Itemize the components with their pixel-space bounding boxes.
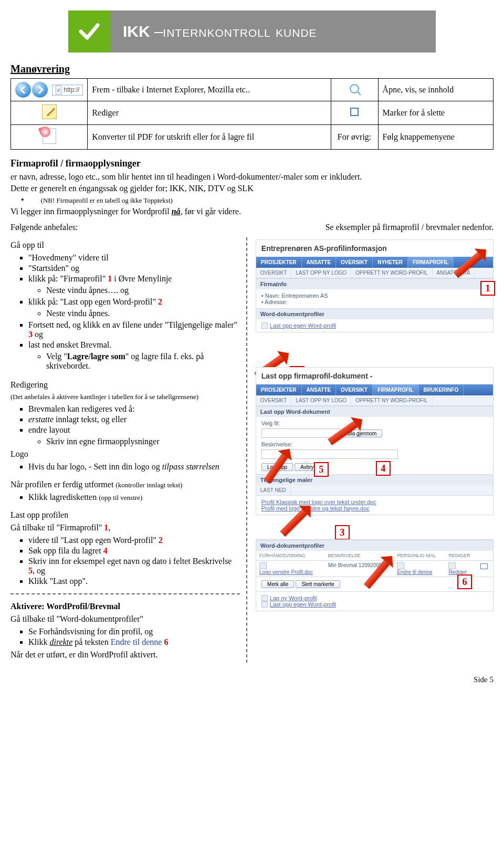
banner-text: internkontroll kunde [163,23,317,40]
lastopp-li4: Klikk "Last opp". [28,577,240,586]
red-li2: erstatte innlagt tekst, og eller [28,415,240,424]
badge-1: 1 [480,281,495,296]
akt-li2a: Klikk [28,637,49,646]
red-li2b: innlagt tekst, og eller [54,415,127,424]
red-li3: endre layout Skriv inn egne firmaopplysn… [28,425,240,446]
li5-red: 3 [28,330,33,339]
left-column: Gå opp til "Hovedmeny" videre til "Start… [10,237,247,663]
redigering-hdr: Redigering [10,380,240,390]
ss2-tabs: PROSJEKTER ANSATTE OVERSIKT FIRMAPROFIL … [256,384,493,395]
li-hovedmeny: "Hovedmeny" videre til [28,253,240,263]
li5a: Fortsett ned, og klikk en av filene unde… [28,320,237,329]
checkbox-cell [331,101,378,125]
lastopp-li3b: , og [33,566,45,575]
ferdig-lia: Klikk lagredisketten [28,493,99,501]
red-li1: Brevmalen kan redigeres ved å: [28,404,240,414]
ss2-tab-firmaprofil[interactable]: FIRMAPROFIL [373,384,418,395]
ss3-link2[interactable]: Last opp egen Word-profil [270,601,336,608]
aktivere-hdr: Aktivere: WordProfil/Brevmal [10,602,240,611]
ss2-label-beskrivelse: Beskrivelse: [261,441,488,447]
lastopp-li2: Søk opp fila du lagret 4 [28,546,240,556]
ss1-sub-opprett[interactable]: OPPRETT NY WORD-PROFIL [351,268,432,278]
red-li3-sub: Skriv inn egne firmaopplysninger [46,437,240,446]
lastopp-li1a: videre til "Last opp egen Word-profil" [28,536,159,545]
ss1-links: Last opp egen Word-profil [256,319,493,332]
ss3-merk-button[interactable]: Merk alle [261,580,295,588]
ss2-sub-lastned: LAST NED [256,485,291,495]
ss1-body: Navn: Entreprenøren AS Adresse: [256,289,493,308]
ss3-h-chk [477,551,493,561]
ss2-sub-opprett[interactable]: OPPRETT NY WORD-PROFIL [351,395,432,405]
lastopp-hdr: Last opp profilen [10,510,240,520]
ss2-sub-logo[interactable]: LAST OPP NY LOGO [291,395,351,405]
ss3-h-red: REDIGER [445,551,477,561]
ferdig-li: Klikk lagredisketten (opp til venstre) [28,493,240,502]
li4-sub: Neste vindu åpnes. [46,309,240,318]
heading-firmaprofil: Firmaprofil / firmaopplysninger [10,158,494,169]
li6sb: Lagre/lagre som [67,352,125,361]
banner-title: IKK – internkontroll kunde [110,11,436,53]
badge-4: 4 [376,461,391,476]
nav-r1-desc: Frem - tilbake i Internet Explorer, Mozi… [88,79,331,101]
akt-li1: Se Forhåndsvisning for din profil, og [28,627,240,636]
ss1-tab-firmaprofil[interactable]: FIRMAPROFIL [408,257,454,268]
intro-p3c: , før vi går videre. [181,207,242,216]
lastopp-li2-red: 4 [103,546,108,555]
lastopp-li3-red: 5 [28,566,33,575]
ss3-link1[interactable]: Lag ny Word-profil [270,595,317,601]
banner-bold: IKK [123,23,150,40]
pdf-icon [43,128,56,144]
ss1-sec-firmainfo: Firmainfo [256,278,493,289]
logo-lib: tilpass størrelsen [162,462,219,471]
intro-p3b: nå [172,207,181,216]
ss1-sub-logo[interactable]: LAST OPP NY LOGO [291,268,351,278]
ss3-r-forh-link[interactable]: Logo venstre Profil.doc [259,569,313,575]
lastopp-li3: Skriv inn for eksempel eget navn og dato… [28,557,240,576]
li6: last ned ønsket Brevmal. [28,340,111,349]
ss2-tab-oversikt[interactable]: OVERSIKT [336,384,373,395]
address-text: http:// [64,86,79,93]
nav-r3-rdesc: Følg knappemenyene [378,125,493,150]
screenshot-firmainfo: Entreprenøren AS-profilinformasjon PROSJ… [256,239,494,332]
ss1-tab-oversikt[interactable]: OVERSIKT [336,257,373,268]
ss3-slett-button[interactable]: Slett markerte [296,580,340,588]
ss3-r-pers: Endre til denne [394,561,445,577]
li6-sub: Velg "Lagre/lagre som" og lagre fila f. … [46,352,240,371]
ss2-file-input[interactable] [261,428,340,438]
nav-r2-desc: Rediger [88,101,331,125]
anbefales-right: Se eksempler på firmaprofil / brevmaler … [326,223,494,232]
ss1-tab-ansatte[interactable]: ANSATTE [302,257,336,268]
gaopp: Gå opp til [10,240,240,250]
doc-icon [261,595,268,601]
akt-li2: Klikk direkte på teksten Endre til denne… [28,637,240,647]
nav-icons-cell: e http:// [11,79,88,101]
edit-cell [11,101,88,125]
ss1-lastopp-link[interactable]: Last opp egen Word-profil [270,322,336,329]
intro-p3a: Vi legger inn firmaopplysninger for Word… [10,207,172,216]
ss1-sub-oversikt[interactable]: OVERSIKT [256,268,292,278]
ss1-tab-nyheter[interactable]: NYHETER [373,257,408,268]
nav-r1-rdesc: Åpne, vis, se innhold [378,79,493,101]
nav-r2-rdesc: Marker for å slette [378,101,493,125]
ss2-tab-prosjekter[interactable]: PROSJEKTER [256,384,302,395]
ss3-r-pers-link[interactable]: Endre til denne [397,569,432,575]
intro-note-text: (NB! Firmaprofil er en tabell og ikke To… [41,196,173,204]
ss2-tab-brukerinfo[interactable]: BRUKERINFO [419,384,464,395]
row-checkbox[interactable] [481,564,488,569]
ss2-sub-oversikt[interactable]: OVERSIKT [256,395,292,405]
anbefales-left: Følgende anbefales: [10,223,78,232]
ss1-line2: Adresse: [261,299,488,305]
ss2-file1[interactable]: Profil Klassisk med logo over tekst unde… [261,499,376,505]
ss1-tab-prosjekter[interactable]: PROSJEKTER [256,257,302,268]
flag-icon [397,563,404,569]
ss2-tab-ansatte[interactable]: ANSATTE [302,384,336,395]
akt-p: Gå tilbake til "Word-dokumentprofiler" [10,614,240,624]
lastopp-pa: Gå tilbake til "Firmaprofil" [10,523,104,532]
badge-6: 6 [457,574,472,589]
nav-r3-mid: For øvrig: [331,125,378,150]
li4-red: 2 [158,297,162,306]
lastopp-li1: videre til "Last opp egen Word-profil" 2 [28,536,240,545]
page-number: Side 5 [10,675,494,684]
intro-note: • (NB! Firmaprofil er en tabell og ikke … [10,195,494,205]
li3a: klikk på: "Firmaprofil" [28,274,108,283]
